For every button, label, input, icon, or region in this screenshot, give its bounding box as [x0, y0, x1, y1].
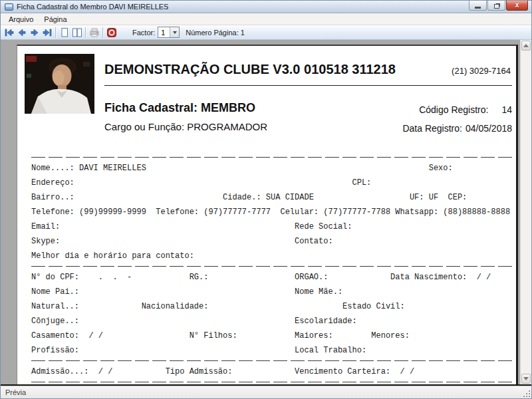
vertical-scrollbar[interactable] — [520, 40, 531, 384]
first-page-button[interactable] — [3, 26, 15, 39]
member-photo — [25, 54, 94, 114]
page-number-label: Número Página: 1 — [186, 29, 245, 37]
next-page-icon — [29, 27, 40, 38]
report-line: Natural..: Nacionalidade: Estado Civil: — [31, 299, 513, 314]
restore-icon — [494, 4, 499, 9]
menu-pagina[interactable]: Página — [39, 14, 72, 25]
report-line: Admissão...: / / Tipo Admissão: Vencimen… — [31, 364, 513, 379]
report-title: DEMONSTRAÇÃO CLUBE V3.0 010518 311218 — [104, 62, 396, 77]
stop-icon — [106, 27, 117, 38]
registration-code-value: 14 — [501, 104, 512, 115]
first-page-icon — [4, 27, 15, 38]
registration-date-label: Data Registro: — [402, 123, 462, 134]
close-preview-button[interactable] — [105, 26, 118, 39]
report-line: Email: Rede Social: — [31, 219, 513, 234]
menu-arquivo[interactable]: Arquivo — [3, 14, 39, 25]
report-line: Cônjuge..: Escolaridade: — [31, 314, 513, 329]
scroll-up-icon[interactable] — [521, 41, 531, 51]
minimize-icon — [475, 7, 481, 9]
report-body: Nome....: DAVI MEIRELLES Sexo:Endereço: … — [31, 154, 513, 386]
dashed-separator — [31, 379, 513, 386]
report-subtitle: Ficha Cadastral: MEMBRO — [104, 101, 255, 115]
report-line: Nome....: DAVI MEIRELLES Sexo: — [31, 161, 513, 176]
status-bar: Prévia — [1, 386, 531, 398]
menu-bar: Arquivo Página — [1, 13, 531, 25]
app-window: Ficha Cadastral do Membro DAVI MEIRELLES… — [0, 0, 532, 399]
toolbar: Factor: 1 Número Página: 1 — [1, 25, 531, 40]
report-line: Profissão: Local Trabalho: — [31, 343, 513, 358]
dashed-separator — [31, 154, 513, 161]
previous-page-button[interactable] — [15, 26, 28, 39]
header-rule — [104, 85, 512, 86]
app-icon — [5, 3, 13, 11]
registration-code-label: Código Registro: — [419, 104, 488, 115]
registration-date-value: 04/05/2018 — [466, 123, 512, 134]
report-phone: (21) 3029-7164 — [452, 66, 511, 76]
minimize-button[interactable] — [469, 1, 487, 11]
report-line: Bairro..: Cidade.: SUA CIDADE UF: UF CEP… — [31, 190, 513, 205]
single-page-view-button[interactable] — [58, 26, 70, 39]
report-role: Cargo ou Função: PROGRAMADOR — [104, 121, 267, 132]
registration-code: Código Registro:14 — [419, 104, 512, 115]
preview-area: DEMONSTRAÇÃO CLUBE V3.0 010518 311218 (2… — [1, 40, 531, 386]
restore-button[interactable] — [487, 1, 505, 11]
factor-combobox[interactable]: 1 — [158, 27, 180, 38]
report-line: Telefone: (99)99999-9999 Telefone: (97)7… — [31, 205, 513, 219]
factor-label: Factor: — [132, 29, 155, 37]
toolbar-separator — [85, 27, 86, 38]
report-line: Skype: Contato: — [31, 234, 513, 249]
print-button[interactable] — [88, 26, 100, 39]
report-line: Melhor dia e horário para contato: — [31, 249, 513, 263]
window-controls: x — [469, 1, 528, 11]
status-text: Prévia — [5, 388, 26, 396]
scroll-down-icon[interactable] — [521, 374, 531, 384]
title-bar: Ficha Cadastral do Membro DAVI MEIRELLES… — [1, 1, 531, 13]
two-pages-view-button[interactable] — [70, 26, 83, 39]
registration-date: Data Registro:04/05/2018 — [402, 123, 512, 134]
close-button[interactable]: x — [506, 1, 528, 11]
previous-page-icon — [17, 27, 27, 38]
dashed-separator — [31, 358, 513, 364]
report-line: Endereço: CPL: — [31, 176, 513, 190]
printer-icon — [89, 27, 100, 38]
factor-value: 1 — [158, 29, 170, 37]
two-pages-icon — [72, 27, 82, 38]
report-line: Casamento: / / N° Filhos: Maiores: Menor… — [31, 329, 513, 343]
chevron-down-icon[interactable] — [170, 27, 179, 37]
toolbar-separator — [102, 27, 103, 38]
toolbar-separator — [55, 27, 56, 38]
close-icon: x — [515, 2, 519, 9]
last-page-button[interactable] — [41, 26, 53, 39]
next-page-button[interactable] — [28, 26, 41, 39]
report-page: DEMONSTRAÇÃO CLUBE V3.0 010518 311218 (2… — [17, 45, 518, 386]
dashed-separator — [31, 263, 513, 270]
window-title: Ficha Cadastral do Membro DAVI MEIRELLES — [17, 3, 168, 11]
last-page-icon — [42, 27, 53, 38]
single-page-icon — [59, 27, 70, 38]
resize-grip[interactable] — [522, 389, 530, 397]
report-line: N° do CPF: . . - RG.: ORGAO.: Data Nasci… — [31, 270, 513, 285]
report-line: Nome Pai.: Nome Mãe.: — [31, 285, 513, 299]
